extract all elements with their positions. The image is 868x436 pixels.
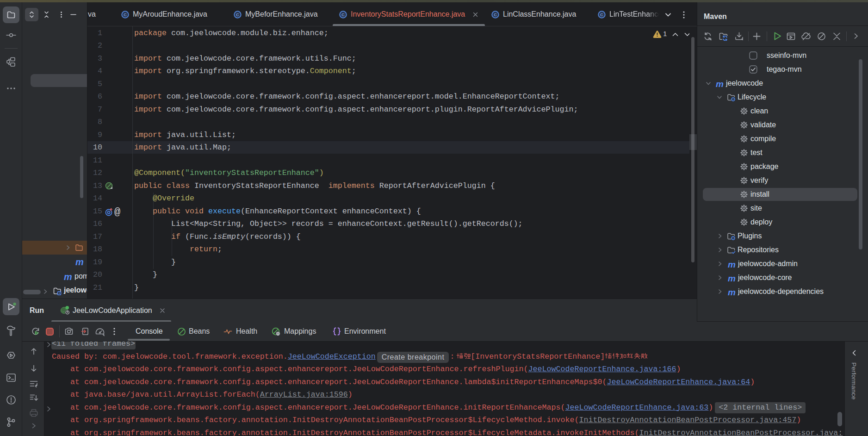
svg-text:C: C: [600, 12, 603, 17]
svg-text:C: C: [124, 12, 127, 17]
svg-text:C: C: [494, 12, 497, 17]
svg-text:C: C: [341, 12, 345, 17]
svg-text:C: C: [236, 12, 239, 17]
